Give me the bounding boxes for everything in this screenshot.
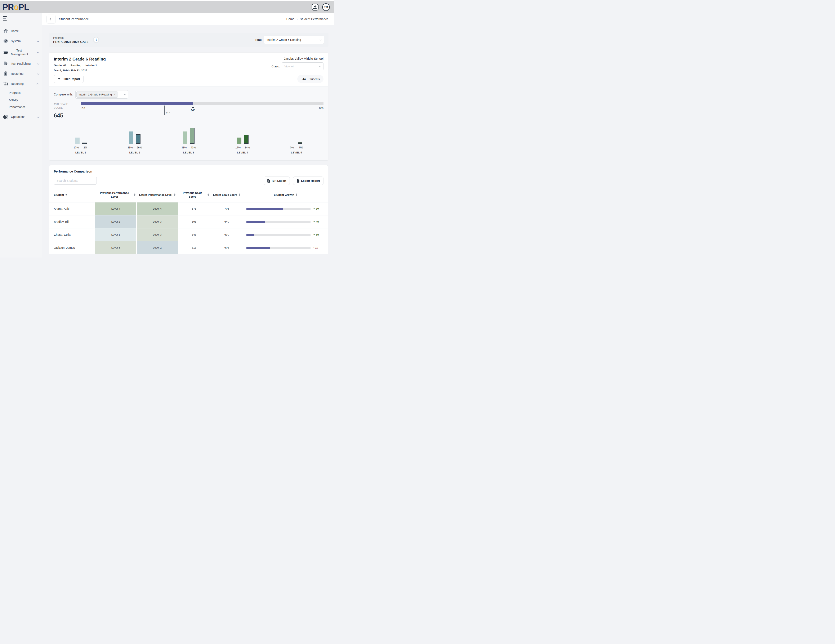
sidebar: HomeSystemTest ManagementTest Publishing… bbox=[0, 13, 42, 258]
filter-report-button[interactable]: Filter Report bbox=[54, 75, 84, 83]
sidebar-item-activity[interactable]: Activity bbox=[0, 96, 42, 104]
previous-percent-label: 33% bbox=[127, 146, 133, 149]
bar-latest bbox=[190, 128, 195, 144]
column-header-student-growth[interactable]: Student Growth bbox=[243, 190, 328, 202]
info-icon[interactable]: i bbox=[94, 37, 98, 42]
table-row: Chase, CeliaLevel 1Level 3545630+ 85 bbox=[49, 228, 328, 241]
bar-previous bbox=[129, 131, 133, 144]
sidebar-item-performance[interactable]: Performance bbox=[0, 104, 42, 110]
avg-scale-score-section: AVG SCALE SCORE 645 510 800 610 645 bbox=[54, 102, 323, 121]
report-meta: Grade: 06 Reading Interim 2 bbox=[54, 64, 106, 67]
level-labels: 33%26%LEVEL 2 bbox=[108, 144, 162, 154]
bar-previous bbox=[237, 138, 241, 144]
chevron-down-icon bbox=[37, 72, 40, 75]
sidebar-item-system[interactable]: System bbox=[0, 36, 42, 46]
class-select[interactable]: View All bbox=[282, 62, 323, 70]
report-subject: Reading bbox=[71, 64, 81, 67]
chevron-down-icon bbox=[124, 93, 126, 95]
scale-pointer-label: 645 bbox=[191, 109, 195, 112]
level-category-label: LEVEL 1 bbox=[75, 151, 86, 154]
avg-scale-score-value: 645 bbox=[54, 112, 81, 119]
sidebar-item-operations[interactable]: Operations bbox=[0, 112, 42, 122]
previous-scale-score: 675 bbox=[178, 203, 210, 215]
program-bar: Program: PRoPL 2024-2025 Gr3-8 i Test: I… bbox=[49, 32, 328, 47]
chevron-down-icon bbox=[320, 38, 322, 41]
search-students-input[interactable] bbox=[54, 177, 97, 185]
latest-level-cell: Level 4 bbox=[137, 203, 178, 215]
avg-scale-score-label: AVG SCALE SCORE bbox=[54, 102, 70, 110]
compare-with-label: Compare with: bbox=[54, 93, 73, 96]
scale-mid-label: 610 bbox=[166, 112, 170, 115]
sidebar-item-home[interactable]: Home bbox=[0, 26, 42, 36]
program-name: PRoPL 2024-2025 Gr3-8 bbox=[53, 40, 88, 44]
export-report-button[interactable]: Export Report bbox=[293, 177, 323, 185]
sidebar-item-test-management[interactable]: Test Management bbox=[0, 46, 42, 58]
previous-level-cell: Level 4 bbox=[95, 203, 137, 215]
class-label: Class: bbox=[271, 65, 280, 68]
back-button[interactable] bbox=[47, 15, 56, 23]
scale-track bbox=[81, 102, 323, 105]
test-label: Test: bbox=[255, 38, 262, 41]
growth-value: + 45 bbox=[314, 220, 323, 223]
sidebar-item-label: Operations bbox=[11, 115, 25, 119]
scale-min-label: 510 bbox=[81, 107, 85, 110]
remove-chip-icon[interactable]: ✕ bbox=[114, 93, 116, 96]
sidebar-item-test-publishing[interactable]: Test Publishing bbox=[0, 58, 42, 69]
previous-percent-label: 0% bbox=[289, 146, 295, 149]
table-row: Jackson, JamesLevel 3Level 2615605- 10 bbox=[49, 241, 328, 254]
growth-bar-track bbox=[247, 247, 310, 249]
latest-level-cell: Level 3 bbox=[137, 229, 178, 241]
sidebar-item-progress[interactable]: Progress bbox=[0, 89, 42, 96]
student-growth-cell: + 45 bbox=[243, 216, 328, 228]
previous-level-cell: Level 2 bbox=[95, 216, 137, 228]
school-name: Jacobs Valley Middle School bbox=[271, 57, 323, 60]
level-category-label: LEVEL 3 bbox=[183, 151, 194, 154]
level-labels: 33%43%LEVEL 3 bbox=[162, 144, 216, 154]
filter-report-label: Filter Report bbox=[63, 77, 80, 81]
main-content: Program: PRoPL 2024-2025 Gr3-8 i Test: I… bbox=[42, 25, 334, 258]
bar-previous bbox=[75, 138, 80, 144]
column-header-student[interactable]: Student bbox=[49, 190, 95, 202]
column-header-latest-performance-level[interactable]: Latest Performance Level bbox=[137, 190, 178, 202]
download-icon[interactable] bbox=[311, 3, 319, 11]
growth-value: + 30 bbox=[314, 207, 323, 210]
sort-descending-icon bbox=[65, 194, 67, 196]
bar-latest bbox=[244, 135, 249, 144]
sidebar-submenu: ProgressActivityPerformance bbox=[0, 89, 42, 112]
sidebar-item-label: Test Publishing bbox=[11, 62, 31, 65]
latest-percent-label: 26% bbox=[136, 146, 142, 149]
bar-latest bbox=[298, 142, 302, 144]
test-select[interactable]: Interim 2 Grade 6 Reading bbox=[264, 36, 324, 44]
student-name: Anand, Aditi bbox=[49, 203, 95, 215]
breadcrumb-home[interactable]: Home bbox=[286, 17, 295, 21]
sidebar-item-rostering[interactable]: Rostering bbox=[0, 69, 42, 79]
sidebar-item-reporting[interactable]: Reporting bbox=[0, 79, 42, 89]
isr-export-button[interactable]: ISR Export bbox=[264, 177, 290, 185]
propl-logo: PRoPL bbox=[3, 3, 29, 11]
growth-value: + 85 bbox=[314, 233, 323, 236]
latest-percent-label: 2% bbox=[82, 146, 89, 149]
bar-latest bbox=[82, 143, 87, 144]
filter-funnel-icon bbox=[57, 77, 61, 81]
hamburger-menu-icon[interactable] bbox=[3, 16, 8, 21]
previous-level-cell: Level 3 bbox=[95, 242, 137, 254]
scale-pointer-icon bbox=[192, 106, 194, 108]
user-avatar[interactable]: TM bbox=[322, 3, 330, 11]
level-bar-group bbox=[108, 127, 162, 144]
bar-previous bbox=[183, 131, 187, 144]
previous-percent-label: 33% bbox=[181, 146, 187, 149]
sidebar-nav: HomeSystemTest ManagementTest Publishing… bbox=[0, 26, 42, 122]
student-growth-cell: - 10 bbox=[243, 242, 328, 254]
chevron-down-icon bbox=[319, 65, 322, 67]
folder-icon bbox=[3, 50, 8, 55]
column-header-previous-performance-level[interactable]: Previous Performance Level bbox=[95, 190, 137, 202]
growth-value: - 10 bbox=[314, 246, 323, 249]
page-header: Student Performance Home › Student Perfo… bbox=[42, 13, 334, 25]
column-header-latest-scale-score[interactable]: Latest Scale Score bbox=[210, 190, 243, 202]
compare-select[interactable]: Interim 1 Grade 6 Reading ✕ bbox=[75, 90, 128, 99]
column-header-previous-scale-score[interactable]: Previous Scale Score bbox=[178, 190, 210, 202]
latest-scale-score: 605 bbox=[210, 242, 243, 254]
compare-chip: Interim 1 Grade 6 Reading ✕ bbox=[76, 91, 118, 97]
performance-comparison-heading: Performance Comparison bbox=[54, 170, 323, 173]
sort-icon bbox=[239, 193, 240, 196]
